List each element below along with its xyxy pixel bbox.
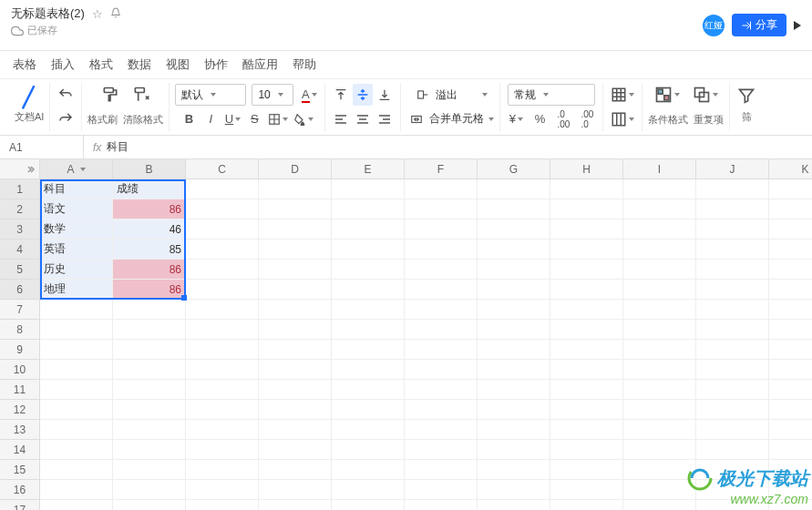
- cell[interactable]: [186, 219, 259, 240]
- row-header[interactable]: 9: [0, 340, 40, 360]
- cell[interactable]: [186, 460, 259, 480]
- cell[interactable]: [332, 320, 405, 340]
- column-header[interactable]: D: [259, 159, 332, 179]
- cell[interactable]: [332, 260, 405, 280]
- cell[interactable]: [405, 460, 478, 480]
- cell[interactable]: [550, 340, 623, 360]
- cell[interactable]: [623, 420, 696, 440]
- cell[interactable]: [550, 199, 623, 219]
- cell[interactable]: [696, 219, 769, 240]
- select-all-corner[interactable]: [0, 159, 40, 179]
- cell[interactable]: [623, 240, 696, 260]
- cell[interactable]: [623, 179, 696, 199]
- cell[interactable]: [478, 480, 550, 500]
- cell[interactable]: [550, 500, 623, 510]
- cell[interactable]: [259, 360, 332, 380]
- cell[interactable]: [696, 340, 769, 360]
- cell[interactable]: [769, 300, 812, 320]
- cell[interactable]: [40, 360, 113, 380]
- cell[interactable]: 46: [113, 219, 186, 240]
- cell[interactable]: [186, 199, 259, 219]
- cell[interactable]: [186, 500, 259, 510]
- cell[interactable]: [478, 440, 550, 460]
- row-header[interactable]: 7: [0, 300, 40, 320]
- cell[interactable]: [405, 260, 478, 280]
- cell[interactable]: 85: [113, 240, 186, 260]
- fx-area[interactable]: fx 科目: [84, 139, 138, 155]
- cell[interactable]: [405, 300, 478, 320]
- cell[interactable]: 86: [113, 280, 186, 300]
- cell[interactable]: [332, 280, 405, 300]
- cell[interactable]: [405, 480, 478, 500]
- cell[interactable]: [623, 360, 696, 380]
- clear-format-button[interactable]: [130, 84, 152, 106]
- row-header[interactable]: 12: [0, 400, 40, 420]
- cell[interactable]: 成绩: [113, 179, 186, 199]
- cell[interactable]: [259, 219, 332, 240]
- wrap-button[interactable]: [413, 84, 433, 106]
- delete-rowcol-button[interactable]: [609, 108, 636, 130]
- menu-insert[interactable]: 插入: [51, 56, 75, 73]
- cell[interactable]: [113, 380, 186, 400]
- cell[interactable]: [405, 340, 478, 360]
- cell[interactable]: [259, 400, 332, 420]
- cell[interactable]: [332, 500, 405, 510]
- cell[interactable]: [478, 460, 550, 480]
- cell[interactable]: [550, 219, 623, 240]
- cell[interactable]: [696, 460, 769, 480]
- name-box[interactable]: A1: [0, 136, 84, 158]
- row-header[interactable]: 14: [0, 440, 40, 460]
- cell[interactable]: [405, 380, 478, 400]
- cell[interactable]: [113, 320, 186, 340]
- cell[interactable]: [259, 460, 332, 480]
- cell[interactable]: [405, 320, 478, 340]
- cell[interactable]: [769, 420, 812, 440]
- redo-button[interactable]: [56, 108, 76, 130]
- cell[interactable]: 86: [113, 260, 186, 280]
- cell[interactable]: [405, 360, 478, 380]
- cell[interactable]: [186, 300, 259, 320]
- cell[interactable]: [550, 320, 623, 340]
- percent-button[interactable]: %: [529, 108, 550, 130]
- cell[interactable]: [259, 340, 332, 360]
- cell[interactable]: [332, 380, 405, 400]
- cell[interactable]: [113, 500, 186, 510]
- cell[interactable]: [696, 500, 769, 510]
- cell[interactable]: 数学: [40, 219, 113, 240]
- cell[interactable]: [478, 320, 550, 340]
- cell[interactable]: [259, 260, 332, 280]
- cell[interactable]: [478, 219, 550, 240]
- cell[interactable]: [40, 500, 113, 510]
- strikethrough-button[interactable]: S: [244, 108, 264, 130]
- cell[interactable]: [769, 360, 812, 380]
- cell[interactable]: 科目: [40, 179, 113, 199]
- increase-decimal-button[interactable]: .00.0: [577, 108, 597, 130]
- cell[interactable]: [113, 440, 186, 460]
- cell[interactable]: [696, 480, 769, 500]
- cell[interactable]: [259, 179, 332, 199]
- cell[interactable]: [478, 280, 550, 300]
- cell[interactable]: [186, 400, 259, 420]
- cell[interactable]: [696, 420, 769, 440]
- cell[interactable]: [623, 440, 696, 460]
- cell[interactable]: [769, 480, 812, 500]
- column-header[interactable]: G: [478, 159, 550, 179]
- column-header[interactable]: C: [186, 159, 259, 179]
- column-header[interactable]: A: [40, 159, 113, 179]
- cell[interactable]: [696, 380, 769, 400]
- row-header[interactable]: 10: [0, 360, 40, 380]
- font-name-select[interactable]: 默认: [175, 84, 246, 106]
- doc-ai-icon[interactable]: [20, 82, 38, 109]
- cell[interactable]: [332, 300, 405, 320]
- cell[interactable]: [113, 400, 186, 420]
- cell[interactable]: [550, 480, 623, 500]
- cell[interactable]: [769, 500, 812, 510]
- cell[interactable]: [405, 179, 478, 199]
- cell[interactable]: [769, 219, 812, 240]
- cell[interactable]: [405, 199, 478, 219]
- cell[interactable]: 86: [113, 199, 186, 219]
- cell[interactable]: [478, 400, 550, 420]
- cell[interactable]: [113, 360, 186, 380]
- merge-button[interactable]: [406, 108, 427, 130]
- fill-color-button[interactable]: [292, 108, 315, 130]
